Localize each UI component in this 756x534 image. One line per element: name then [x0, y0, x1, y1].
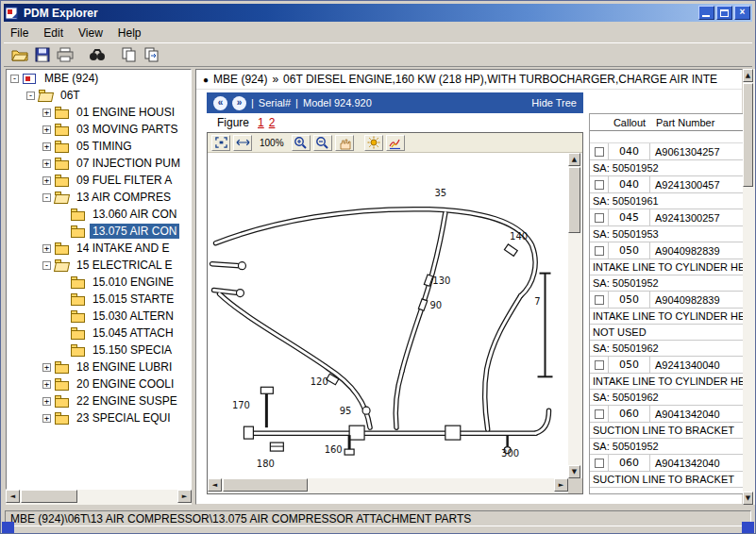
- tree-node[interactable]: 15.045 ATTACH: [7, 325, 191, 342]
- expand-icon[interactable]: +: [42, 397, 51, 406]
- tree-node-label[interactable]: 13 AIR COMPRES: [74, 190, 174, 205]
- brightness-button[interactable]: [364, 135, 383, 151]
- scroll-left-button[interactable]: ◄: [208, 478, 222, 492]
- expand-icon[interactable]: +: [42, 142, 51, 151]
- tree-node[interactable]: 15.015 STARTE: [7, 291, 191, 308]
- collapse-icon[interactable]: -: [42, 261, 51, 270]
- copy-button[interactable]: [118, 44, 141, 65]
- tree-node[interactable]: +05 TIMING: [7, 138, 191, 155]
- tree-node-label[interactable]: 09 FUEL FILTER A: [74, 173, 175, 188]
- tree-node-label[interactable]: 01 ENGINE HOUSI: [74, 105, 177, 120]
- expand-icon[interactable]: +: [42, 380, 51, 389]
- tree-node[interactable]: +09 FUEL FILTER A: [7, 172, 191, 189]
- tree-node-label[interactable]: 15.010 ENGINE: [90, 275, 176, 290]
- expand-icon[interactable]: +: [42, 414, 51, 423]
- figure-page-1[interactable]: 1: [258, 116, 264, 129]
- part-checkbox[interactable]: [595, 147, 604, 157]
- export-button[interactable]: [141, 44, 163, 65]
- menu-item-help[interactable]: Help: [111, 25, 150, 42]
- tree-node[interactable]: -MBE (924): [7, 70, 191, 87]
- expand-icon[interactable]: +: [42, 159, 51, 168]
- part-checkbox[interactable]: [595, 180, 604, 190]
- tree-node-label[interactable]: 23 SPECIAL EQUI: [74, 410, 174, 426]
- maximize-button[interactable]: [716, 6, 732, 20]
- title-bar[interactable]: PDM Explorer ×: [4, 4, 752, 22]
- minimize-button[interactable]: [698, 6, 714, 20]
- tree-node-label[interactable]: 14 INTAKE AND E: [74, 241, 172, 256]
- tree-node-label[interactable]: 22 ENGINE SUSPE: [74, 393, 180, 409]
- serial-link[interactable]: Serial#: [259, 97, 291, 108]
- zoom-in-button[interactable]: [292, 135, 311, 151]
- fit-page-button[interactable]: [211, 135, 230, 151]
- figure-page-2[interactable]: 2: [269, 116, 276, 129]
- part-checkbox[interactable]: [595, 459, 604, 468]
- tree-node-label[interactable]: 15.015 STARTE: [90, 292, 176, 307]
- prev-figure-button[interactable]: «: [213, 96, 227, 110]
- next-figure-button[interactable]: »: [232, 96, 246, 110]
- tree-node[interactable]: +14 INTAKE AND E: [7, 240, 191, 257]
- tree-node[interactable]: +03 MOVING PARTS: [7, 121, 191, 138]
- fit-width-button[interactable]: [233, 135, 252, 151]
- tree-node[interactable]: +22 ENGINE SUSPE: [7, 392, 191, 409]
- diagram-canvas[interactable]: 3514013090712095170160300180: [208, 153, 568, 478]
- scroll-up-button[interactable]: ▲: [568, 153, 580, 166]
- scroll-left-button[interactable]: ◄: [6, 490, 20, 503]
- part-checkbox[interactable]: [595, 295, 604, 305]
- part-checkbox[interactable]: [595, 409, 604, 419]
- tree-node-label[interactable]: 13.060 AIR CON: [90, 207, 179, 222]
- tree-node-label[interactable]: 13.075 AIR CON: [90, 224, 179, 239]
- tree-node-label[interactable]: 03 MOVING PARTS: [74, 122, 181, 137]
- part-checkbox[interactable]: [595, 213, 604, 223]
- figure-horizontal-scrollbar[interactable]: ◄ ►: [208, 478, 568, 493]
- menu-item-view[interactable]: View: [72, 25, 111, 42]
- figure-vertical-scrollbar[interactable]: ▲ ▼: [568, 153, 582, 478]
- tree-node[interactable]: -15 ELECTRICAL E: [7, 257, 191, 274]
- scroll-down-button[interactable]: ▼: [743, 492, 753, 505]
- tree-node-label[interactable]: 18 ENGINE LUBRI: [74, 359, 175, 375]
- save-button[interactable]: [31, 44, 54, 65]
- collapse-icon[interactable]: -: [26, 92, 35, 100]
- tree-node[interactable]: -13 AIR COMPRES: [7, 189, 191, 206]
- scroll-thumb[interactable]: [223, 478, 308, 492]
- scroll-right-button[interactable]: ►: [554, 478, 568, 492]
- close-button[interactable]: ×: [734, 6, 750, 20]
- tree-node-label[interactable]: 07 INJECTION PUM: [74, 156, 183, 171]
- scroll-thumb[interactable]: [743, 83, 753, 187]
- open-button[interactable]: [8, 44, 31, 65]
- scroll-up-button[interactable]: ▲: [743, 69, 753, 82]
- tree-node[interactable]: +23 SPECIAL EQUI: [7, 409, 191, 426]
- tree-node[interactable]: +07 INJECTION PUM: [7, 155, 191, 172]
- tree-node[interactable]: +01 ENGINE HOUSI: [7, 104, 191, 121]
- expand-icon[interactable]: +: [42, 108, 51, 117]
- tree-node-label[interactable]: 15.150 SPECIA: [90, 342, 175, 358]
- part-checkbox[interactable]: [595, 360, 604, 370]
- tree-node[interactable]: 15.150 SPECIA: [7, 342, 191, 359]
- print-button[interactable]: [54, 44, 76, 65]
- tree-node[interactable]: 13.060 AIR CON: [7, 206, 191, 223]
- tree-node-label[interactable]: MBE (924): [42, 71, 101, 86]
- scroll-right-button[interactable]: ►: [177, 490, 192, 503]
- expand-icon[interactable]: +: [42, 125, 51, 134]
- menu-item-edit[interactable]: Edit: [37, 25, 72, 42]
- part-checkbox[interactable]: [595, 246, 604, 256]
- tree-node-label[interactable]: 05 TIMING: [74, 139, 134, 154]
- scroll-down-button[interactable]: ▼: [568, 465, 580, 478]
- tree-node-label[interactable]: 15.030 ALTERN: [90, 309, 176, 324]
- zoom-out-button[interactable]: [313, 135, 332, 151]
- tree-node[interactable]: +18 ENGINE LUBRI: [7, 359, 191, 375]
- tree-node-label[interactable]: 20 ENGINE COOLI: [74, 376, 176, 392]
- parts-vertical-scrollbar[interactable]: ▲ ▼: [743, 69, 755, 505]
- expand-icon[interactable]: +: [42, 244, 51, 253]
- tree-node-label[interactable]: 15.045 ATTACH: [90, 325, 176, 341]
- scroll-thumb[interactable]: [568, 167, 580, 233]
- scroll-thumb[interactable]: [21, 490, 77, 503]
- tree-node[interactable]: -06T: [7, 87, 191, 104]
- tree-node[interactable]: 13.075 AIR CON: [7, 223, 191, 240]
- pan-button[interactable]: [335, 135, 354, 151]
- menu-item-file[interactable]: File: [4, 25, 37, 42]
- hide-tree-link[interactable]: Hide Tree: [531, 97, 577, 108]
- tree-node[interactable]: 15.010 ENGINE: [7, 274, 191, 291]
- breadcrumb-root-link[interactable]: MBE (924): [213, 73, 267, 86]
- expand-icon[interactable]: +: [42, 176, 51, 185]
- tree-node[interactable]: +20 ENGINE COOLI: [7, 375, 191, 392]
